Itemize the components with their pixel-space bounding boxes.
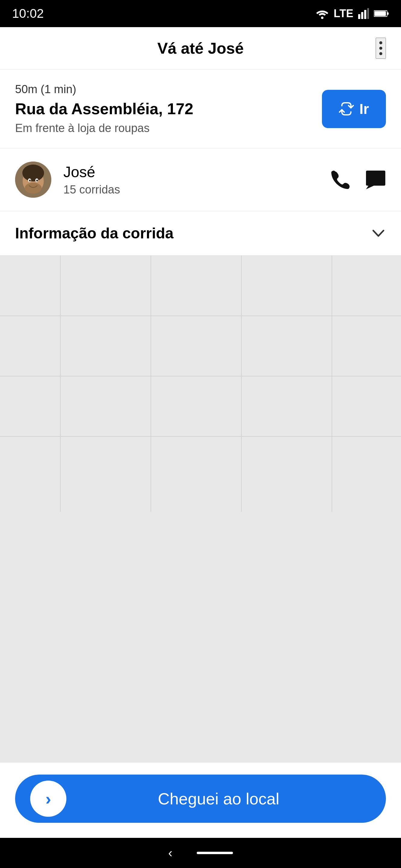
go-button-label: Ir: [360, 101, 369, 117]
svg-point-0: [321, 17, 323, 19]
battery-icon: [374, 9, 389, 18]
svg-rect-4: [367, 8, 369, 19]
ride-info-label: Informação da corrida: [15, 224, 173, 242]
status-icons: LTE: [316, 7, 389, 20]
rider-name: José: [63, 163, 331, 181]
address-hint: Em frente à loja de roupas: [15, 122, 310, 135]
bottom-nav-bar: ‹: [0, 838, 401, 868]
ride-info-section[interactable]: Informação da corrida: [0, 211, 401, 255]
svg-marker-17: [366, 186, 374, 189]
more-options-button[interactable]: [376, 38, 386, 59]
svg-rect-1: [358, 14, 360, 19]
svg-rect-2: [361, 12, 363, 19]
map-area: [0, 255, 401, 762]
go-button[interactable]: Ir: [322, 90, 386, 128]
right-arrow-icon: ›: [46, 789, 51, 809]
status-time: 10:02: [12, 6, 44, 21]
app-container: Vá até José 50m (1 min) Rua da Assembléi…: [0, 27, 401, 838]
arrived-label: Cheguei ao local: [66, 789, 371, 808]
page-title: Vá até José: [157, 39, 244, 57]
svg-point-10: [22, 164, 44, 181]
distance-time: 50m (1 min): [15, 83, 310, 96]
app-header: Vá até José: [0, 27, 401, 70]
status-bar: 10:02 LTE: [0, 0, 401, 27]
address-section: 50m (1 min) Rua da Assembléia, 172 Em fr…: [0, 70, 401, 148]
address-info: 50m (1 min) Rua da Assembléia, 172 Em fr…: [15, 83, 310, 135]
chevron-down-icon: [371, 226, 386, 241]
rider-actions: [331, 170, 386, 190]
svg-rect-6: [374, 11, 386, 16]
wifi-icon: [316, 8, 329, 19]
svg-point-14: [29, 180, 31, 181]
svg-rect-3: [364, 10, 366, 19]
svg-point-15: [36, 180, 38, 181]
bottom-area: › Cheguei ao local: [0, 762, 401, 838]
rider-rides: 15 corridas: [63, 183, 331, 196]
rider-section: José 15 corridas: [0, 148, 401, 211]
svg-rect-16: [366, 170, 385, 186]
home-indicator[interactable]: [197, 852, 233, 854]
phone-icon: [331, 170, 350, 190]
route-icon: [339, 101, 354, 116]
rider-info: José 15 corridas: [63, 163, 331, 196]
back-button[interactable]: ‹: [168, 846, 173, 860]
lte-label: LTE: [334, 7, 353, 20]
svg-point-11: [25, 183, 41, 193]
message-icon: [365, 170, 386, 190]
signal-icon: [358, 8, 369, 19]
map-placeholder: [0, 255, 401, 512]
rider-avatar: [15, 161, 51, 198]
call-button[interactable]: [331, 170, 350, 190]
svg-rect-7: [387, 12, 389, 15]
rider-photo: [15, 161, 51, 198]
address-name: Rua da Assembléia, 172: [15, 99, 310, 118]
message-button[interactable]: [365, 170, 386, 190]
arrived-arrow-circle: ›: [30, 781, 66, 817]
arrived-button[interactable]: › Cheguei ao local: [15, 775, 386, 823]
